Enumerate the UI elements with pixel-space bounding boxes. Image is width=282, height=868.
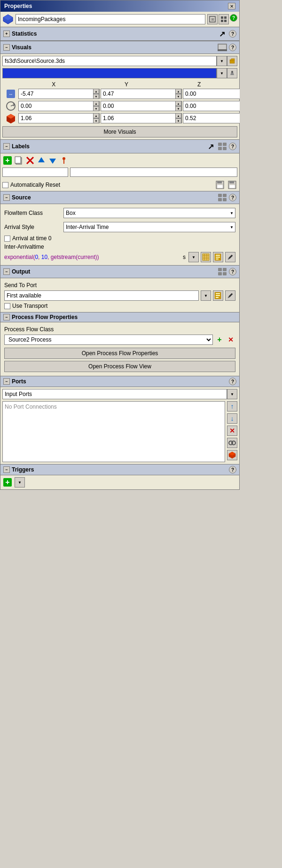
labels-copy-btn[interactable]: [14, 155, 24, 166]
output-content: Send To Port ▼ Use Transport: [0, 278, 239, 312]
rot-x-up[interactable]: ▲: [93, 101, 99, 106]
labels-help[interactable]: ?: [229, 143, 236, 150]
formula-dropdown-btn[interactable]: ▼: [188, 252, 199, 262]
triggers-add-btn[interactable]: +: [2, 477, 13, 487]
help-icon-button[interactable]: ?: [230, 14, 237, 22]
open-pf-view-btn[interactable]: Open Process Flow View: [4, 361, 235, 372]
visuals-help[interactable]: ?: [229, 44, 236, 51]
scale-y-input[interactable]: [101, 114, 175, 122]
pos-x-input[interactable]: [19, 90, 93, 98]
triggers-dd-btn[interactable]: ▼: [15, 477, 25, 487]
save-icon-2[interactable]: [227, 180, 237, 190]
pos-z-input[interactable]: [183, 90, 240, 98]
send-to-port-dropdown-btn[interactable]: ▼: [201, 290, 211, 301]
rot-x-input[interactable]: [19, 102, 93, 110]
port-type-input[interactable]: [2, 389, 227, 399]
pos-x-down[interactable]: ▼: [93, 94, 99, 99]
file-path-input[interactable]: [2, 56, 217, 66]
scale-x-spin: ▲ ▼: [93, 113, 99, 123]
pos-x-up[interactable]: ▲: [93, 89, 99, 94]
labels-up-btn[interactable]: [36, 155, 47, 166]
pf-buttons: Open Process Flow Properties Open Proces…: [2, 346, 237, 374]
ports-help[interactable]: ?: [229, 378, 236, 385]
save-icon-1[interactable]: [215, 180, 225, 190]
arrival-style-label: Arrival Style: [4, 224, 61, 230]
scale-z-input[interactable]: [183, 114, 240, 122]
scale-y-down[interactable]: ▼: [175, 118, 181, 123]
svg-rect-9: [219, 45, 226, 49]
port-up-btn[interactable]: ↑: [227, 401, 237, 411]
svg-rect-10: [218, 49, 227, 51]
grid-icon-button[interactable]: [219, 14, 229, 24]
triggers-help[interactable]: ?: [229, 466, 236, 473]
rot-y-up[interactable]: ▲: [175, 101, 181, 106]
source-help[interactable]: ?: [229, 194, 236, 201]
output-help[interactable]: ?: [229, 268, 236, 275]
labels-toolbar: +: [0, 153, 239, 168]
send-to-port-pen-icon[interactable]: [225, 290, 235, 301]
auto-reset-checkbox[interactable]: [2, 182, 8, 188]
scale-x-up[interactable]: ▲: [93, 113, 99, 118]
rot-y-down[interactable]: ▼: [175, 106, 181, 111]
svg-text:+: +: [5, 156, 9, 164]
pos-y-input[interactable]: [101, 90, 175, 98]
labels-section-header: − Labels ↗ ?: [0, 139, 239, 153]
labels-toggle[interactable]: −: [3, 143, 10, 150]
statistics-help[interactable]: ?: [229, 30, 236, 38]
more-visuals-button[interactable]: More Visuals: [2, 126, 237, 137]
statistics-toggle[interactable]: +: [3, 30, 10, 37]
svg-rect-55: [223, 272, 227, 275]
statistics-arrow-icon[interactable]: ↗: [217, 29, 227, 39]
port-binoculars-btn[interactable]: [227, 438, 237, 448]
port-dd-btn[interactable]: ▼: [227, 389, 237, 399]
pf-delete-btn[interactable]: ✕: [226, 335, 235, 344]
send-to-port-book-icon[interactable]: [213, 290, 223, 301]
labels-add-btn[interactable]: +: [2, 155, 13, 166]
source-toggle[interactable]: −: [3, 194, 10, 201]
file-pick-icon[interactable]: [227, 56, 237, 66]
rot-x-down[interactable]: ▼: [93, 106, 99, 111]
arrival-at-time0-checkbox[interactable]: [4, 236, 10, 242]
formula-table-icon[interactable]: [201, 252, 211, 262]
scale-x-input[interactable]: [19, 114, 93, 122]
object-name-input[interactable]: [16, 14, 205, 24]
ports-toggle[interactable]: −: [3, 378, 10, 385]
color-pick-icon[interactable]: [227, 68, 237, 78]
port-down-btn[interactable]: ↓: [227, 413, 237, 424]
flowitem-class-select[interactable]: Box: [63, 208, 235, 218]
close-button[interactable]: ✕: [228, 3, 235, 9]
output-toggle[interactable]: −: [3, 268, 10, 275]
rot-y-input[interactable]: [101, 102, 175, 110]
labels-arrow-icon[interactable]: ↗: [205, 141, 216, 152]
triggers-toggle[interactable]: −: [3, 466, 10, 473]
pf-toggle[interactable]: −: [3, 314, 10, 320]
svg-rect-52: [218, 268, 222, 271]
formula-book-icon[interactable]: [213, 252, 223, 262]
tab-icon-button[interactable]: ⊞: [207, 14, 218, 24]
pos-y-down[interactable]: ▼: [175, 94, 181, 99]
pos-y-up[interactable]: ▲: [175, 89, 181, 94]
use-transport-checkbox[interactable]: [4, 303, 10, 309]
labels-down-btn[interactable]: [47, 155, 58, 166]
port-delete-btn[interactable]: ✕: [227, 426, 237, 436]
label-name-input[interactable]: [2, 168, 68, 177]
open-pf-properties-btn[interactable]: Open Process Flow Properties: [4, 348, 235, 359]
visuals-toggle[interactable]: −: [3, 44, 10, 51]
arrival-style-select[interactable]: Inter-Arrival Time: [63, 222, 235, 232]
scale-y-up[interactable]: ▲: [175, 113, 181, 118]
color-bar[interactable]: [2, 68, 217, 78]
label-value-input[interactable]: [70, 168, 237, 177]
scale-x-down[interactable]: ▼: [93, 118, 99, 123]
ports-section-header: − Ports ?: [0, 376, 239, 387]
labels-content: +: [0, 153, 239, 191]
pf-add-btn[interactable]: +: [215, 335, 224, 344]
color-dropdown-btn[interactable]: ▼: [217, 68, 227, 78]
rot-z-input[interactable]: [183, 102, 240, 110]
pf-class-select[interactable]: Source2 Process: [4, 335, 213, 345]
formula-pen-icon[interactable]: [225, 252, 235, 262]
labels-delete-btn[interactable]: [25, 155, 35, 166]
send-to-port-input[interactable]: [4, 290, 199, 301]
file-dropdown-btn[interactable]: ▼: [217, 56, 227, 66]
port-box-btn[interactable]: [227, 450, 237, 460]
labels-pin-btn[interactable]: [59, 155, 69, 166]
